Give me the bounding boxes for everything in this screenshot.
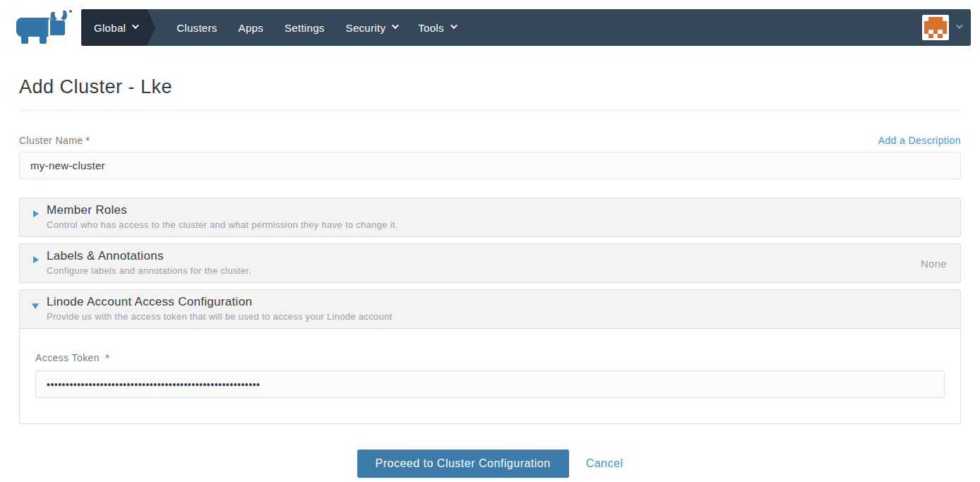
- section-description: Provide us with the access token that wi…: [47, 311, 876, 322]
- collapsed-triangle-icon: [33, 256, 39, 263]
- nav-item-tools[interactable]: Tools: [418, 22, 455, 34]
- section-linode-access: Linode Account Access Configuration Prov…: [19, 289, 961, 424]
- section-linode-access-body: Access Token *: [20, 328, 960, 423]
- main-content: Add Cluster - Lke Cluster Name* Add a De…: [19, 76, 961, 478]
- chevron-down-icon: [392, 22, 399, 29]
- user-avatar-identicon: [922, 15, 949, 40]
- section-title: Member Roles: [47, 203, 876, 217]
- cluster-name-row: Cluster Name* Add a Description: [19, 135, 961, 146]
- nav-item-label: Apps: [239, 22, 263, 34]
- section-description: Control who has access to the cluster an…: [47, 219, 876, 230]
- required-asterisk: *: [105, 352, 109, 363]
- top-navbar: Global Clusters Apps Settings Security T…: [81, 9, 971, 46]
- section-labels-annotations-header[interactable]: Labels & Annotations Configure labels an…: [20, 244, 960, 282]
- nav-item-apps[interactable]: Apps: [239, 22, 263, 34]
- section-title: Linode Account Access Configuration: [47, 295, 876, 309]
- nav-item-settings[interactable]: Settings: [285, 22, 325, 34]
- access-token-label: Access Token *: [35, 352, 945, 363]
- label-text: Cluster Name: [19, 135, 83, 146]
- nav-item-clusters[interactable]: Clusters: [177, 22, 217, 34]
- proceed-button[interactable]: Proceed to Cluster Configuration: [357, 450, 569, 478]
- nav-item-label: Clusters: [177, 22, 217, 34]
- section-title: Labels & Annotations: [47, 249, 876, 263]
- nav-global-dropdown[interactable]: Global: [81, 9, 155, 46]
- chevron-down-icon: [450, 22, 458, 29]
- section-member-roles: Member Roles Control who has access to t…: [19, 198, 961, 237]
- collapsed-triangle-icon: [33, 210, 39, 217]
- top-header: Global Clusters Apps Settings Security T…: [0, 0, 980, 56]
- required-asterisk: *: [85, 135, 90, 146]
- form-actions: Proceed to Cluster Configuration Cancel: [19, 450, 961, 478]
- section-linode-access-header[interactable]: Linode Account Access Configuration Prov…: [20, 290, 960, 328]
- section-labels-annotations: Labels & Annotations Configure labels an…: [19, 243, 961, 283]
- cancel-button[interactable]: Cancel: [586, 457, 623, 470]
- chevron-down-icon: [132, 22, 139, 29]
- title-divider: [19, 110, 961, 111]
- cluster-name-input[interactable]: [19, 152, 961, 179]
- nav-item-label: Tools: [418, 22, 444, 34]
- nav-global-label: Global: [94, 22, 126, 34]
- cluster-name-label: Cluster Name*: [19, 135, 90, 146]
- access-token-input[interactable]: [35, 370, 945, 398]
- section-member-roles-header[interactable]: Member Roles Control who has access to t…: [20, 198, 960, 236]
- nav-item-label: Settings: [285, 22, 325, 34]
- page-title: Add Cluster - Lke: [19, 76, 961, 98]
- expanded-triangle-icon: [32, 303, 39, 309]
- chevron-down-icon: [956, 22, 963, 29]
- section-description: Configure labels and annotations for the…: [47, 265, 876, 276]
- section-value-none: None: [921, 258, 947, 270]
- add-description-link[interactable]: Add a Description: [878, 135, 961, 146]
- nav-item-security[interactable]: Security: [346, 22, 398, 34]
- label-text: Access Token: [35, 352, 100, 363]
- user-menu[interactable]: [922, 15, 961, 40]
- rancher-cow-logo[interactable]: [15, 6, 76, 49]
- nav-item-label: Security: [346, 22, 386, 34]
